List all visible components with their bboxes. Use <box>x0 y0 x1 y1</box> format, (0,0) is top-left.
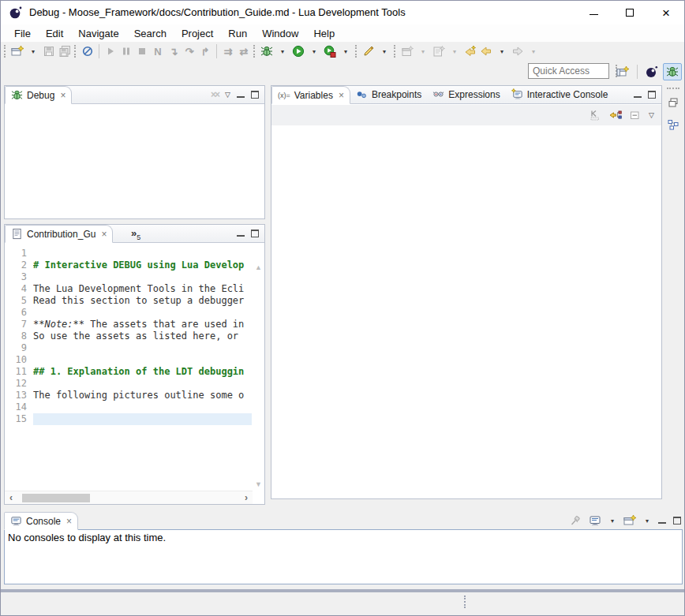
scroll-left-icon[interactable]: ‹ <box>9 492 13 503</box>
menu-item[interactable]: Edit <box>39 26 71 41</box>
editor-line[interactable]: 11## 1. Explanation of the LDT debuggin <box>5 366 252 378</box>
menu-item[interactable]: Help <box>306 26 342 41</box>
editor-line[interactable]: 15 <box>5 413 252 425</box>
menu-item[interactable]: Window <box>255 26 306 41</box>
terminate-button[interactable] <box>134 43 150 60</box>
tab-breakpoints[interactable]: Breakpoints <box>350 85 427 103</box>
window-close-button[interactable]: × <box>648 1 684 24</box>
link-with-debug-button[interactable] <box>609 109 622 121</box>
editor-horizontal-scrollbar[interactable]: ‹ › <box>5 491 253 504</box>
menu-item[interactable]: File <box>7 26 39 41</box>
editor-vertical-scrollbar[interactable]: ▲ ▼ <box>253 263 264 490</box>
step-return-button[interactable]: ↱ <box>197 43 213 60</box>
more-editors-chevron[interactable]: »5 <box>131 227 140 241</box>
open-console-button[interactable] <box>623 514 636 527</box>
window-maximize-button[interactable] <box>612 1 648 24</box>
new-project-wizard-button[interactable] <box>431 43 447 60</box>
tab-close-icon[interactable]: × <box>339 91 344 100</box>
open-console-dropdown[interactable]: ▾ <box>643 517 651 525</box>
menu-item[interactable]: Search <box>127 26 174 41</box>
toolbar-drag-handle[interactable] <box>394 45 396 58</box>
window-minimize-button[interactable] <box>575 1 612 24</box>
tab-close-icon[interactable]: × <box>101 230 107 239</box>
use-step-filters-button[interactable]: ⇉ <box>220 43 236 60</box>
menu-item[interactable]: Project <box>174 26 221 41</box>
lua-perspective-button[interactable] <box>642 63 661 80</box>
restore-view-button[interactable] <box>665 95 681 110</box>
back-history-dropdown[interactable]: ▾ <box>494 43 510 60</box>
editor-line[interactable]: 7**Note:** The assets that are used in <box>5 319 252 330</box>
save-all-button[interactable] <box>57 43 73 60</box>
new-wizard-dropdown[interactable]: ▾ <box>25 43 41 60</box>
debug-button[interactable] <box>259 43 275 60</box>
new-file-wizard-button[interactable] <box>399 43 415 60</box>
tab-interactive-console[interactable]: Interactive Console <box>506 85 614 103</box>
debug-perspective-button[interactable] <box>663 63 682 80</box>
minimized-outline-view-button[interactable] <box>665 117 681 133</box>
new-project-wizard-dropdown[interactable]: ▾ <box>447 43 462 60</box>
editor-line[interactable]: 1 <box>5 248 252 259</box>
menu-item[interactable]: Run <box>221 26 255 41</box>
display-console-dropdown[interactable]: ▾ <box>608 517 616 525</box>
editor-line[interactable]: 12 <box>5 378 252 390</box>
forward-history-button[interactable] <box>510 43 526 60</box>
variables-view-content[interactable] <box>271 125 661 498</box>
maximize-view-button[interactable] <box>648 91 656 99</box>
minimize-view-button[interactable] <box>237 231 245 237</box>
status-bar-drag-handle[interactable] <box>464 595 466 608</box>
editor-line[interactable]: 2# Interactive DEBUG using Lua Develop <box>5 259 252 271</box>
tab-close-icon[interactable]: × <box>66 517 72 526</box>
tab-close-icon[interactable]: × <box>60 91 66 100</box>
editor-line[interactable]: 9 <box>5 342 252 354</box>
editor-line[interactable]: 3 <box>5 271 252 283</box>
minimize-view-button[interactable] <box>658 518 666 524</box>
minimize-view-button[interactable] <box>237 92 245 98</box>
console-content[interactable]: No consoles to display at this time. <box>4 529 683 584</box>
trim-drag-handle[interactable] <box>667 88 679 90</box>
step-over-button[interactable]: ↷ <box>182 43 197 60</box>
run-button[interactable] <box>290 43 306 60</box>
editor-content[interactable]: 1 2# Interactive DEBUG using Lua Develop… <box>5 244 264 504</box>
tab-console[interactable]: Console × <box>4 512 78 530</box>
maximize-view-button[interactable] <box>673 517 681 525</box>
run-dropdown[interactable]: ▾ <box>306 43 322 60</box>
tab-expressions[interactable]: Expressions <box>427 85 505 103</box>
editor-line[interactable]: 8So use the assets as listed here, or <box>5 330 252 342</box>
run-failed-dropdown[interactable]: ▾ <box>338 43 354 60</box>
maximize-view-button[interactable] <box>251 91 259 99</box>
run-failed-button[interactable] <box>322 43 338 60</box>
editor-line[interactable]: 4The Lua Development Tools in the Ecli <box>5 283 252 295</box>
view-menu-button[interactable]: ▽ <box>649 112 654 119</box>
suspend-button[interactable] <box>118 43 134 60</box>
scroll-down-icon[interactable]: ▼ <box>255 481 262 488</box>
view-menu-button[interactable]: ▽ <box>225 91 230 99</box>
save-button[interactable] <box>41 43 57 60</box>
scroll-right-icon[interactable]: › <box>245 492 248 503</box>
forward-history-dropdown[interactable]: ▾ <box>526 43 541 60</box>
step-into-button[interactable]: ↴ <box>166 43 182 60</box>
scrollbar-thumb[interactable] <box>22 494 90 502</box>
back-history-button[interactable] <box>478 43 494 60</box>
code-area[interactable]: 1 2# Interactive DEBUG using Lua Develop… <box>5 248 252 425</box>
editor-line[interactable]: 6 <box>5 307 252 319</box>
tab-contribution-guide[interactable]: Contribution_Gu × <box>5 225 113 243</box>
tab-variables[interactable]: (x)= Variables × <box>271 86 350 104</box>
toolbar-drag-handle[interactable] <box>253 45 256 58</box>
display-selected-console-button[interactable] <box>589 514 601 527</box>
toolbar-drag-handle[interactable] <box>74 45 77 58</box>
debug-view-content[interactable] <box>5 105 264 218</box>
last-edit-location-button[interactable] <box>462 43 478 60</box>
disconnect-button[interactable]: N <box>150 43 166 60</box>
new-file-wizard-dropdown[interactable]: ▾ <box>415 43 431 60</box>
show-logical-structure-button[interactable] <box>590 109 602 121</box>
new-wizard-button[interactable] <box>9 43 25 60</box>
editor-line[interactable]: 14 <box>5 401 252 413</box>
remove-all-terminated-button[interactable]: ×× <box>211 89 219 100</box>
collapse-all-button[interactable] <box>629 109 642 121</box>
editor-line[interactable]: 10 <box>5 354 252 366</box>
skip-all-breakpoints-button[interactable] <box>80 43 95 60</box>
maximize-view-button[interactable] <box>251 230 259 237</box>
minimize-view-button[interactable] <box>634 92 642 98</box>
toggle-step-filters-button[interactable]: ⇄ <box>236 43 252 60</box>
tab-debug[interactable]: Debug × <box>5 86 72 104</box>
